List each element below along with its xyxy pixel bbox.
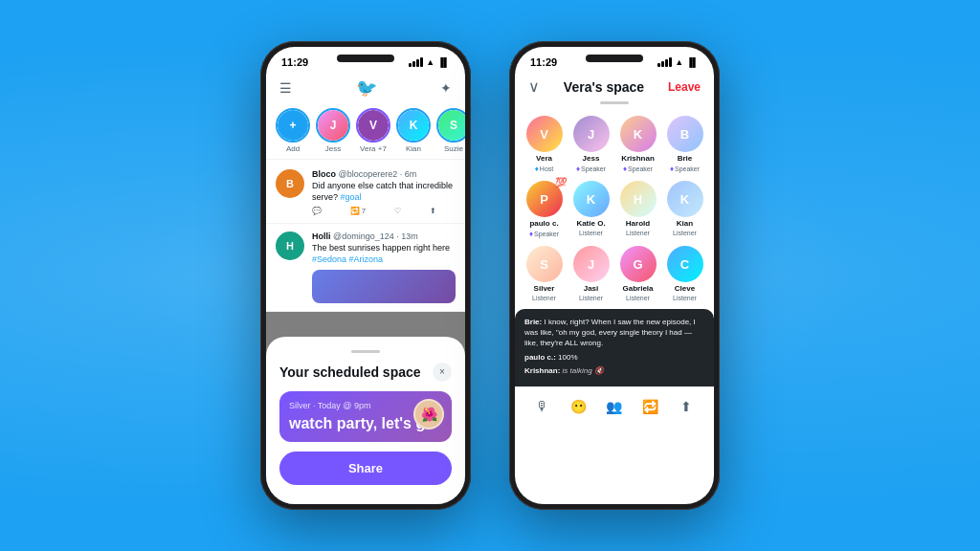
modal-title: Your scheduled space	[279, 364, 421, 380]
participant-kian: K Kian Listener	[665, 181, 704, 238]
tweet-body-holli: Holli @domingo_124 · 13m The best sunris…	[312, 231, 456, 302]
status-time-right: 11:29	[530, 56, 557, 68]
tweet-text-bloco: Did anyone else catch that incredible se…	[312, 181, 456, 203]
phone-notch-right	[586, 55, 643, 62]
twitter-nav: ☰ 🐦 ✦	[266, 72, 465, 104]
signal-icon	[409, 57, 423, 67]
spaces-bottom-nav: 🎙 😶 👥 🔁 ⬆	[515, 386, 714, 426]
chat-overlay: Brie: I know, right? When I saw the new …	[515, 309, 714, 386]
spaces-nav: ∨ Vera's space Leave	[515, 72, 714, 101]
participant-gabriela: G Gabriela Listener	[618, 246, 657, 301]
tweet-holli: H Holli @domingo_124 · 13m The best sunr…	[266, 224, 465, 311]
phone-notch-left	[337, 55, 394, 62]
tweet-body-bloco: Bloco @blocoperere2 · 6m Did anyone else…	[312, 169, 456, 215]
participant-harold: H Harold Listener	[618, 181, 657, 238]
chat-message-krishnan: Krishnan: is talking 🔇	[524, 365, 704, 376]
people-button[interactable]: 👥	[599, 395, 630, 418]
emoji-button[interactable]: 😶	[563, 395, 593, 418]
phone-left: 11:29 ▲ ▐▌ ☰ 🐦 ✦ +	[260, 41, 471, 510]
space-card[interactable]: Silver · Today @ 9pm watch party, let's …	[279, 391, 452, 442]
story-add[interactable]: + Add	[276, 108, 310, 153]
tweet-bloco: B Bloco @blocoperere2 · 6m Did anyone el…	[266, 162, 465, 224]
share-button[interactable]: Share	[279, 452, 452, 485]
phone-right: 11:29 ▲ ▐▌ ∨ Vera's space Leave V	[509, 41, 720, 510]
modal-close-button[interactable]: ×	[433, 363, 452, 382]
battery-icon-right: ▐▌	[686, 57, 699, 67]
space-card-avatar: 🌺	[413, 399, 444, 430]
wifi-icon: ▲	[426, 57, 434, 67]
tweet-text-holli: The best sunrises happen right here #Sed…	[312, 243, 456, 265]
leave-button[interactable]: Leave	[668, 80, 701, 94]
spaces-title: Vera's space	[564, 79, 644, 95]
modal-header: Your scheduled space ×	[279, 363, 452, 382]
tweet-avatar-bloco: B	[276, 169, 304, 198]
participant-paulo: P💯 paulo c. ♦Speaker	[524, 181, 564, 238]
tweet-username-holli: Holli @domingo_124 · 13m	[312, 231, 456, 241]
modal-handle	[351, 350, 380, 353]
story-vera[interactable]: V Vera +7	[356, 108, 390, 153]
status-icons-left: ▲ ▐▌	[409, 57, 450, 67]
wifi-icon-right: ▲	[675, 57, 683, 67]
scheduled-space-modal: Your scheduled space × Silver · Today @ …	[266, 337, 465, 504]
space-modal-overlay: Your scheduled space × Silver · Today @ …	[266, 312, 465, 504]
participants-grid: V Vera ♦Host J Jess ♦Speaker K Krishnan …	[515, 108, 714, 309]
story-suzie[interactable]: S Suzie	[436, 108, 465, 153]
participant-silver: S Silver Listener	[524, 246, 564, 301]
story-jess[interactable]: J Jess	[316, 108, 350, 153]
share-button-spaces[interactable]: ⬆	[671, 395, 702, 418]
participant-krishnan: K Krishnan ♦Speaker	[618, 116, 657, 173]
chat-message-paulo: paulo c.: 100%	[524, 352, 704, 363]
tweet-username-bloco: Bloco @blocoperere2 · 6m	[312, 169, 456, 179]
battery-icon: ▐▌	[437, 57, 450, 67]
spaces-handle	[600, 101, 629, 104]
chat-message-brie: Brie: I know, right? When I saw the new …	[524, 317, 704, 349]
sparkle-icon[interactable]: ✦	[440, 80, 452, 96]
tweet-actions-bloco: 💬 🔁 7 ♡ ⬆	[312, 207, 456, 215]
participant-brie: B Brie ♦Speaker	[665, 116, 704, 173]
participant-vera: V Vera ♦Host	[524, 116, 564, 173]
signal-icon-right	[657, 57, 672, 67]
participant-katie: K Katie O. Listener	[571, 181, 611, 238]
tweet-media-holli	[312, 270, 456, 303]
twitter-logo: 🐦	[356, 77, 377, 99]
menu-icon[interactable]: ☰	[279, 80, 292, 96]
status-icons-right: ▲ ▐▌	[657, 57, 699, 67]
participant-jess: J Jess ♦Speaker	[571, 116, 611, 173]
back-button[interactable]: ∨	[528, 77, 540, 96]
retweet-button[interactable]: 🔁	[635, 395, 666, 418]
feed-divider	[266, 159, 465, 160]
status-time-left: 11:29	[281, 56, 308, 68]
mic-button[interactable]: 🎙	[527, 395, 558, 418]
participant-jasi: J Jasi Listener	[571, 246, 611, 301]
participant-cleve: C Cleve Listener	[665, 246, 704, 301]
tweet-avatar-holli: H	[276, 231, 304, 260]
story-kian[interactable]: K Kian	[396, 108, 431, 153]
stories-row: + Add J Jess V Vera +7 K Kian	[266, 104, 465, 157]
